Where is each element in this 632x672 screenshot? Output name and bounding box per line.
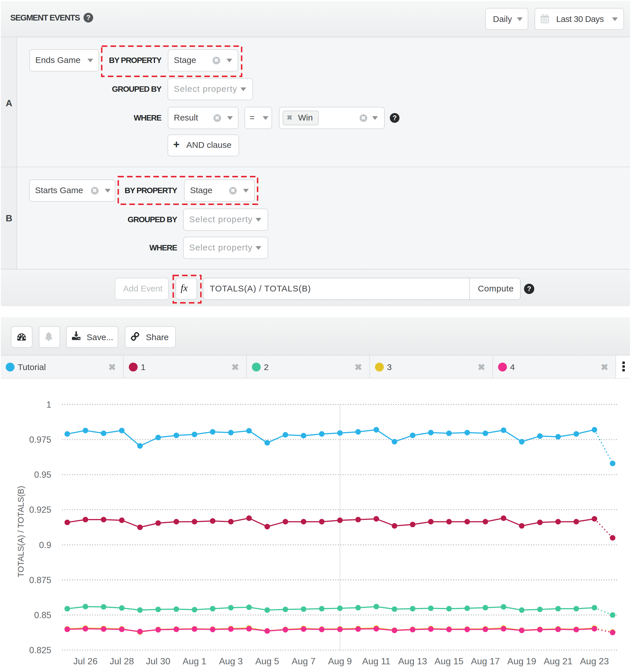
svg-text:Aug 11: Aug 11 xyxy=(362,656,390,666)
svg-text:0.85: 0.85 xyxy=(34,610,51,620)
svg-text:Aug 21: Aug 21 xyxy=(544,656,572,666)
svg-text:Jul 30: Jul 30 xyxy=(146,656,170,666)
svg-text:0.875: 0.875 xyxy=(29,575,51,585)
svg-text:Aug 5: Aug 5 xyxy=(255,656,279,666)
svg-text:0.925: 0.925 xyxy=(29,505,51,515)
svg-text:Jul 28: Jul 28 xyxy=(110,656,134,666)
svg-text:Aug 19: Aug 19 xyxy=(507,656,536,666)
svg-text:0.9: 0.9 xyxy=(39,540,51,550)
svg-text:0.975: 0.975 xyxy=(29,435,51,445)
svg-text:Aug 9: Aug 9 xyxy=(328,656,352,666)
svg-text:Aug 17: Aug 17 xyxy=(471,656,500,666)
svg-text:Aug 15: Aug 15 xyxy=(435,656,463,666)
svg-text:Aug 23: Aug 23 xyxy=(580,656,609,666)
svg-text:Aug 13: Aug 13 xyxy=(398,656,427,666)
svg-text:0.95: 0.95 xyxy=(34,470,51,480)
svg-text:0.825: 0.825 xyxy=(29,645,51,655)
svg-text:TOTALS(A) / TOTALS(B): TOTALS(A) / TOTALS(B) xyxy=(16,486,25,577)
svg-text:Jul 26: Jul 26 xyxy=(73,656,97,666)
svg-text:Aug 1: Aug 1 xyxy=(183,656,207,666)
svg-text:Aug 3: Aug 3 xyxy=(219,656,243,666)
svg-text:Aug 7: Aug 7 xyxy=(292,656,316,666)
svg-text:1: 1 xyxy=(46,400,51,410)
